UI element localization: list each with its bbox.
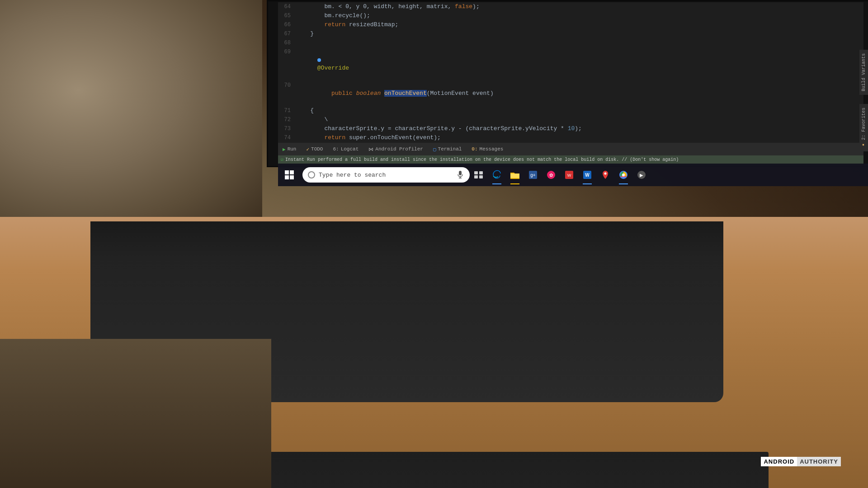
sidebar-tab-build-variants[interactable]: Build Variants	[859, 50, 868, 95]
code-line-64: 64 bm. < 0, y 0, width, height, matrix, …	[278, 2, 863, 11]
tab-terminal[interactable]: ▢ Terminal	[429, 143, 466, 155]
start-button[interactable]	[278, 164, 301, 186]
svg-text:g+: g+	[530, 173, 536, 178]
star-icon: ★	[861, 143, 866, 148]
tab-android-profiler[interactable]: ⋈ Android Profiler	[364, 143, 428, 155]
tab-messages[interactable]: 0: Messages	[467, 143, 508, 155]
chrome-icon-taskbar[interactable]	[614, 164, 632, 186]
instant-run-bar: ☑ Instant Run performed a full build and…	[278, 155, 863, 164]
messages-icon: 0:	[472, 146, 477, 152]
tab-logcat-label: Logcat	[341, 146, 359, 152]
code-line-70: 70 public boolean onTouchEvent(MotionEve…	[278, 81, 863, 106]
code-line-69: 69 @Override	[278, 47, 863, 81]
code-line-68: 68	[278, 38, 863, 47]
tab-run-label: Run	[288, 146, 297, 152]
windows-logo	[285, 170, 294, 179]
app1-icon-taskbar[interactable]: g+	[524, 164, 542, 186]
extra-app-icon-taskbar[interactable]: ▶	[632, 164, 651, 186]
watermark-authority-text: AUTHORITY	[797, 457, 841, 466]
svg-point-15	[604, 173, 607, 175]
app3-icon-taskbar[interactable]: W	[560, 164, 578, 186]
check-icon: ☑	[281, 157, 283, 162]
tab-run[interactable]: ▶ Run	[278, 143, 301, 155]
word-icon-taskbar[interactable]: W	[578, 164, 596, 186]
tab-todo-label: TODO	[311, 146, 323, 152]
microphone-icon	[456, 170, 464, 180]
run-icon: ▶	[283, 146, 286, 152]
edge-icon-taskbar[interactable]	[488, 164, 506, 186]
instant-run-message: Instant Run performed a full build and i…	[285, 157, 679, 162]
svg-rect-5	[474, 175, 478, 178]
code-line-67: 67 }	[278, 29, 863, 38]
task-view-button[interactable]	[470, 164, 488, 186]
profiler-icon: ⋈	[368, 146, 373, 152]
couch-background	[0, 0, 262, 226]
tab-terminal-label: Terminal	[438, 146, 462, 152]
sidebar-tab-favorites[interactable]: ★ 2: Favorites	[859, 104, 868, 151]
svg-rect-0	[459, 171, 462, 175]
todo-icon: ✓	[306, 146, 309, 152]
tab-logcat[interactable]: 6: Logcat	[328, 143, 363, 155]
code-line-66: 66 return resizedBitmap;	[278, 20, 863, 29]
svg-text:W: W	[585, 173, 590, 178]
code-line-65: 65 bm.recycle();	[278, 11, 863, 20]
logcat-icon: 6:	[333, 146, 339, 152]
svg-point-18	[622, 174, 625, 176]
tab-todo[interactable]: ✓ TODO	[302, 143, 327, 155]
keyboard-keys	[226, 452, 769, 488]
app2-icon-taskbar[interactable]: ✿	[542, 164, 560, 186]
svg-rect-4	[479, 171, 483, 174]
maps-icon-taskbar[interactable]	[596, 164, 614, 186]
tab-android-profiler-label: Android Profiler	[375, 146, 423, 152]
svg-rect-3	[474, 171, 478, 174]
terminal-icon: ▢	[433, 146, 436, 152]
search-circle-icon	[308, 171, 315, 178]
code-line-72: 72 \	[278, 115, 863, 124]
file-explorer-icon-taskbar[interactable]	[506, 164, 524, 186]
code-line-71: 71 {	[278, 106, 863, 115]
code-editor: 64 bm. < 0, y 0, width, height, matrix, …	[278, 2, 863, 147]
watermark-android-text: ANDROID	[761, 457, 797, 466]
svg-text:✿: ✿	[549, 173, 553, 178]
svg-text:▶: ▶	[640, 173, 643, 178]
couch-bottom	[0, 339, 271, 488]
taskbar: Type here to search	[278, 164, 868, 186]
bottom-tabs-bar: ▶ Run ✓ TODO 6: Logcat ⋈ Android Profile…	[278, 143, 863, 155]
code-line-74: 74 return super.onTouchEvent(event);	[278, 133, 863, 142]
svg-text:W: W	[567, 173, 571, 178]
code-line-73: 73 characterSprite.y = characterSprite.y…	[278, 124, 863, 133]
search-bar[interactable]: Type here to search	[302, 167, 470, 183]
tab-messages-label: Messages	[480, 146, 504, 152]
svg-rect-6	[479, 175, 483, 178]
search-placeholder: Type here to search	[319, 172, 453, 178]
watermark: ANDROID AUTHORITY	[761, 457, 841, 466]
